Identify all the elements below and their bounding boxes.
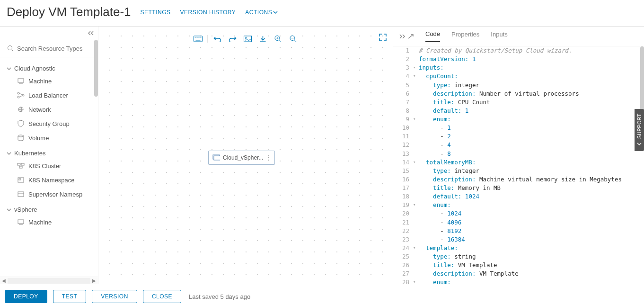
tab-code[interactable]: Code [425,30,440,42]
tab-properties[interactable]: Properties [451,31,479,42]
tree-item[interactable]: Security Group [0,117,98,131]
fold-toggle[interactable]: ▾ [413,63,419,72]
code-line[interactable]: 26 title: VM Template [393,261,644,269]
code-line[interactable]: 2formatVersion: 1 [393,55,644,63]
code-pane-expand-button[interactable] [399,34,414,39]
redo-icon [229,36,237,42]
resource-tree[interactable]: Cloud AgnosticMachineLoad BalancerNetwor… [0,57,98,277]
sidebar-collapse-button[interactable] [0,27,98,40]
line-content: description: VM Template [419,269,644,278]
tree-item[interactable]: Machine [0,74,98,88]
code-line[interactable]: 21 - 4096 [393,218,644,227]
tree-item[interactable]: Volume [0,131,98,145]
code-line[interactable]: 8 default: 1 [393,107,644,115]
support-tab[interactable]: SUPPORT [635,109,644,151]
line-content: default: 1024 [419,192,644,201]
chevron-down-icon [7,66,11,71]
zoom-out-button[interactable] [287,33,300,45]
tree-item[interactable]: Network [0,102,98,117]
code-line[interactable]: 3▾inputs: [393,63,644,72]
fold-toggle [413,269,419,278]
code-line[interactable]: 12 - 4 [393,141,644,149]
code-editor[interactable]: 1# Created by Quickstart/Setup Cloud wiz… [393,46,644,284]
canvas-node-cloud-vsphere[interactable]: Cloud_vSpher... ⋮ [208,151,275,165]
sidebar-hscroll[interactable]: ◀ ▶ [0,277,98,284]
download-icon [259,36,267,42]
code-line[interactable]: 9▾ enum: [393,115,644,124]
fold-toggle[interactable]: ▾ [413,244,419,252]
code-line[interactable]: 24▾ template: [393,244,644,252]
line-content: - 4 [419,141,644,149]
actions-dropdown[interactable]: ACTIONS [245,9,278,16]
code-line[interactable]: 20 - 1024 [393,209,644,218]
line-number: 14 [393,158,413,167]
tree-item[interactable]: Supervisor Namesp [0,187,98,201]
code-line[interactable]: 7 title: CPU Count [393,98,644,107]
test-button[interactable]: TEST [53,290,87,303]
code-line[interactable]: 14▾ totalMemoryMB: [393,158,644,167]
fold-toggle[interactable]: ▾ [413,72,419,81]
tree-item[interactable]: K8S Cluster [0,159,98,173]
zoom-in-button[interactable] [272,33,285,45]
line-number: 4 [393,72,413,81]
image-button[interactable] [241,33,255,45]
close-button[interactable]: CLOSE [143,290,181,303]
keyboard-icon [194,36,203,42]
sidebar-scrollbar[interactable] [94,40,98,277]
settings-link[interactable]: SETTINGS [141,9,171,16]
line-number: 10 [393,124,413,132]
redo-button[interactable] [226,33,239,45]
code-line[interactable]: 11 - 2 [393,132,644,141]
search-input[interactable] [17,45,97,52]
code-line[interactable]: 6 description: Number of virtual process… [393,90,644,98]
code-line[interactable]: 5 type: integer [393,81,644,90]
code-line[interactable]: 15 type: integer [393,167,644,175]
code-line[interactable]: 18 default: 1024 [393,192,644,201]
line-number: 19 [393,201,413,209]
node-menu-button[interactable]: ⋮ [265,154,272,161]
fold-toggle[interactable]: ▾ [413,201,419,209]
version-button[interactable]: VERSION [92,290,137,303]
code-line[interactable]: 4▾ cpuCount: [393,72,644,81]
version-history-link[interactable]: VERSION HISTORY [180,9,236,16]
tab-inputs[interactable]: Inputs [491,31,507,42]
code-line[interactable]: 1# Created by Quickstart/Setup Cloud wiz… [393,46,644,55]
scroll-left-icon[interactable]: ◀ [0,278,8,283]
svg-rect-38 [214,156,220,160]
code-line[interactable]: 13 - 8 [393,150,644,158]
tree-item[interactable]: Load Balancer [0,88,98,102]
line-content: formatVersion: 1 [419,55,644,63]
line-number: 9 [393,115,413,124]
code-line[interactable]: 22 - 8192 [393,227,644,235]
tree-group[interactable]: Cloud Agnostic [0,60,98,74]
undo-button[interactable] [211,33,224,45]
scroll-right-icon[interactable]: ▶ [90,278,98,283]
fold-toggle[interactable]: ▾ [413,158,419,167]
keyboard-button[interactable] [192,33,205,45]
code-line[interactable]: 19▾ enum: [393,201,644,209]
svg-point-4 [18,92,19,94]
code-line[interactable]: 17 title: Memory in MB [393,184,644,192]
fold-toggle[interactable]: ▾ [413,278,419,284]
tree-group[interactable]: Kubernetes [0,145,98,159]
code-line[interactable]: 16 description: Machine virtual memory s… [393,175,644,184]
design-canvas-wrap: Cloud_vSpher... ⋮ [98,27,393,284]
fold-toggle[interactable]: ▾ [413,115,419,124]
code-line[interactable]: 25 type: string [393,252,644,261]
line-number: 18 [393,192,413,201]
code-line[interactable]: 27 description: VM Template [393,269,644,278]
chevron-down-icon [7,207,11,212]
code-line[interactable]: 23 - 16384 [393,235,644,244]
deploy-button[interactable]: DEPLOY [5,290,47,303]
design-canvas[interactable]: Cloud_vSpher... ⋮ [100,27,391,282]
download-button[interactable] [256,33,270,45]
line-number: 1 [393,46,413,55]
fold-toggle [413,192,419,201]
editor-scrollbar[interactable] [640,46,644,284]
tree-item[interactable]: Machine [0,215,98,229]
code-line[interactable]: 10 - 1 [393,124,644,132]
tree-group[interactable]: vSphere [0,201,98,215]
tree-item[interactable]: K8S Namespace [0,173,98,187]
code-line[interactable]: 28▾ enum: [393,278,644,284]
line-content: - 4096 [419,218,644,227]
